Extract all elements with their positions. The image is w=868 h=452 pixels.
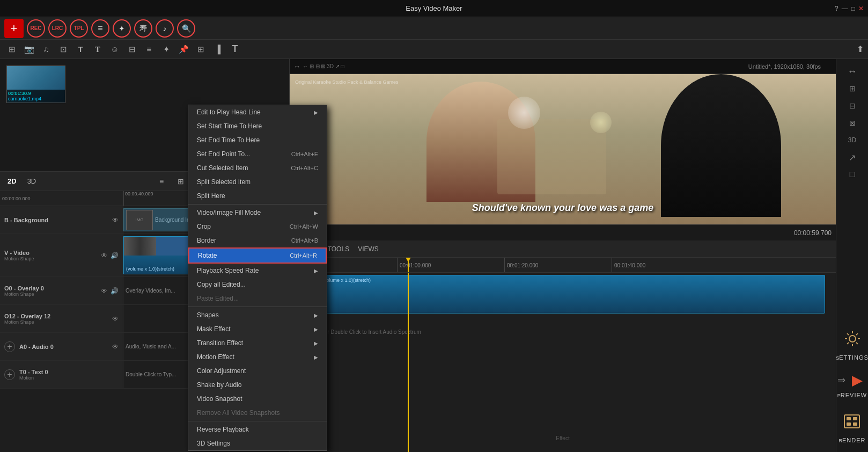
menu-item-split-here[interactable]: Split Here xyxy=(188,189,327,203)
tool-photo[interactable]: 📷 xyxy=(21,42,36,57)
track-add-text[interactable]: + xyxy=(4,369,15,380)
side-icon-grid1[interactable]: ⊞ xyxy=(839,81,866,97)
track-label-overlay12: O12 - Overlay 12 Motion Shape 👁 xyxy=(0,305,123,332)
menu-item-cut-selected[interactable]: Cut Selected Item Ctrl+Alt+C xyxy=(188,161,327,175)
kanji-button[interactable]: 寿 xyxy=(134,19,152,38)
tool-text-outline[interactable]: 𝐓 xyxy=(90,42,105,57)
tool-pin[interactable]: 📌 xyxy=(176,42,191,57)
preview-button[interactable]: ⇒ ▶ PREVIEW xyxy=(837,370,867,398)
help-button[interactable]: ? xyxy=(835,5,838,12)
right-video-block[interactable]: (volume x 1.0)(stretch) xyxy=(290,275,825,314)
track-sub-text0: Motion xyxy=(19,375,119,381)
menu-label-split-selected: Split Selected Item xyxy=(197,178,251,186)
track-eye-overlay0[interactable]: 👁 xyxy=(101,287,107,295)
tool-emoji[interactable]: ☺ xyxy=(107,42,122,57)
tool-sub[interactable]: ⊡ xyxy=(56,42,71,57)
track-eye-overlay12[interactable]: 👁 xyxy=(112,315,119,323)
render-button[interactable]: RENDER xyxy=(838,408,865,443)
track-label-text0: + T0 - Text 0 Motion xyxy=(0,361,123,388)
render-icon-svg xyxy=(841,411,863,432)
tool-chart[interactable]: ▐ xyxy=(210,42,225,57)
effects-tab-tools[interactable]: TOOLS xyxy=(328,245,349,253)
menu-label-crop: Crop xyxy=(197,223,211,230)
list-button[interactable]: ≡ xyxy=(91,19,109,38)
star-button[interactable]: ✦ xyxy=(113,19,131,38)
track-label-audio0: + A0 - Audio 0 👁 xyxy=(0,333,123,360)
tool-grid[interactable]: ⊞ xyxy=(193,42,208,57)
track-eye-background[interactable]: 👁 xyxy=(112,216,119,224)
menu-item-mask-effect[interactable]: Mask Effect ▶ xyxy=(188,322,327,336)
menu-item-crop[interactable]: Crop Ctrl+Alt+W xyxy=(188,220,327,234)
rec-button[interactable]: REC xyxy=(27,19,45,38)
lrc-button[interactable]: LRC xyxy=(48,19,67,38)
menu-item-set-end-time[interactable]: Set End Time To Here xyxy=(188,133,327,147)
track-vol-overlay0[interactable]: 🔊 xyxy=(111,287,119,295)
video-block-label: (volume x 1.0)(stretch) xyxy=(126,266,174,272)
render-label: RENDER xyxy=(838,437,865,443)
preview-top-bar: ↔ ↔ ⊞ ⊟ ⊠ 3D ↗ □ Untitled*, 1920x1080, 3… xyxy=(290,59,836,74)
menu-item-shake-by-audio[interactable]: Shake by Audio xyxy=(188,378,327,392)
menu-item-reverse-playback[interactable]: Reverse Playback xyxy=(188,422,327,436)
menu-item-copy-all-edited[interactable]: Copy all Edited... xyxy=(188,278,327,291)
track-vol-video[interactable]: 🔊 xyxy=(111,252,119,259)
mode-2d-button[interactable]: 2D xyxy=(4,176,20,186)
upload-button[interactable]: ⬆ xyxy=(857,44,864,54)
track-eye-video[interactable]: 👁 xyxy=(101,252,107,259)
menu-item-3d-settings[interactable]: 3D Settings xyxy=(188,436,327,450)
minimize-button[interactable]: — xyxy=(842,5,848,12)
menu-item-border[interactable]: Border Ctrl+Alt+B xyxy=(188,234,327,247)
menu-label-border: Border xyxy=(197,237,216,244)
menu-item-transition-effect[interactable]: Transition Effect ▶ xyxy=(188,336,327,350)
tool-lines[interactable]: ≡ xyxy=(142,42,157,57)
media-thumbnail[interactable]: 00:01:30.9 carnaoke1.mp4 xyxy=(6,65,65,103)
menu-item-split-selected[interactable]: Split Selected Item xyxy=(188,175,327,189)
menu-item-video-snapshot[interactable]: Video Snapshot xyxy=(188,392,327,406)
tool-minus[interactable]: ⊟ xyxy=(124,42,139,57)
add-button[interactable]: + xyxy=(4,19,24,38)
tool-sparkle[interactable]: ✦ xyxy=(159,42,174,57)
menu-item-fill-mode[interactable]: Video/Image Fill Mode ▶ xyxy=(188,206,327,220)
menu-item-rotate[interactable]: Rotate Ctrl+Alt+R xyxy=(188,247,327,264)
track-sub-video: Motion Shape xyxy=(4,256,99,261)
track-eye-audio0[interactable]: 👁 xyxy=(112,343,119,351)
tool-music[interactable]: ♫ xyxy=(39,42,54,57)
menu-item-set-start-time[interactable]: Set Start Time To Here xyxy=(188,119,327,133)
side-icon-arrows[interactable]: ↔ xyxy=(839,63,866,79)
menu-item-playback-speed[interactable]: Playback Speed Rate ▶ xyxy=(188,264,327,278)
menu-item-set-end-point[interactable]: Set End Point To... Ctrl+Alt+E xyxy=(188,147,327,161)
settings-icon xyxy=(839,325,866,352)
ruler-right-content: 00:00:40.000 00:01:00.000 00:01:20.000 0… xyxy=(290,258,836,272)
menu-shortcut-border: Ctrl+Alt+B xyxy=(291,237,318,244)
track-add-audio[interactable]: + xyxy=(4,341,15,352)
secondary-toolbar: ⊞ 📷 ♫ ⊡ T 𝐓 ☺ ⊟ ≡ ✦ 📌 ⊞ ▐ T ⬆ xyxy=(0,40,868,59)
timeline-icon-grid[interactable]: ⊞ xyxy=(173,174,188,189)
maximize-button[interactable]: □ xyxy=(851,5,855,12)
menu-item-motion-effect[interactable]: Motion Effect ▶ xyxy=(188,350,327,364)
menu-item-color-adjustment[interactable]: Color Adjustment xyxy=(188,364,327,378)
tool-t2[interactable]: T xyxy=(227,42,242,57)
side-icon-3d[interactable]: 3D xyxy=(839,132,866,148)
settings-button[interactable]: SETTINGS xyxy=(836,325,868,361)
menu-shortcut-cut-selected: Ctrl+Alt+C xyxy=(291,165,318,171)
tool-text-t[interactable]: T xyxy=(73,42,88,57)
music-button[interactable]: ♪ xyxy=(156,19,174,38)
side-icon-rect[interactable]: □ xyxy=(839,166,866,183)
timeline-icon-list[interactable]: ≡ xyxy=(154,174,169,189)
side-icon-grid2[interactable]: ⊟ xyxy=(839,98,866,114)
tool-video[interactable]: ⊞ xyxy=(4,42,19,57)
menu-label-motion-effect: Motion Effect xyxy=(197,353,234,361)
effects-tab-views[interactable]: VIEWS xyxy=(358,245,379,253)
main-toolbar: + REC LRC TPL ≡ ✦ 寿 ♪ 🔍 xyxy=(0,17,868,40)
mode-3d-button[interactable]: 3D xyxy=(24,176,40,186)
subtitle-text: Should've known your love was a game xyxy=(472,202,653,213)
search-button[interactable]: 🔍 xyxy=(177,19,195,38)
side-icon-arrow-up[interactable]: ↗ xyxy=(839,149,866,165)
menu-item-edit-to-play-head[interactable]: Edit to Play Head Line ▶ xyxy=(188,105,327,119)
menu-separator-2 xyxy=(188,307,327,307)
menu-label-shake-by-audio: Shake by Audio xyxy=(197,381,241,389)
tpl-button[interactable]: TPL xyxy=(70,19,88,38)
side-icon-box[interactable]: ⊠ xyxy=(839,115,866,131)
menu-item-shapes[interactable]: Shapes ▶ xyxy=(188,308,327,322)
close-button[interactable]: ✕ xyxy=(858,5,864,12)
playhead-right xyxy=(408,258,409,272)
